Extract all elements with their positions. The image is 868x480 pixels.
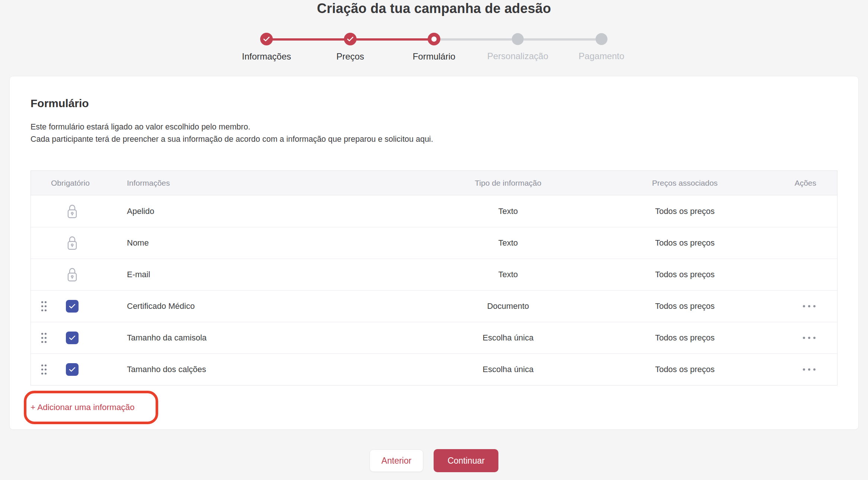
lock-icon: [66, 204, 78, 219]
info-label: Apelido: [127, 207, 419, 216]
stepper: Informações Preços Formulário Personaliz…: [225, 33, 644, 62]
card-description-line2: Cada participante terá de preencher a su…: [31, 133, 837, 145]
actions-cell: [772, 259, 837, 290]
info-label: Tamanho dos calções: [127, 365, 419, 374]
table-row: E-mail Texto Todos os preços: [31, 259, 837, 290]
info-type: Texto: [419, 238, 597, 248]
lock-icon: [66, 267, 78, 282]
associated-prices: Todos os preços: [597, 333, 772, 343]
card-title: Formulário: [31, 97, 837, 110]
table-row: Nome Texto Todos os preços: [31, 227, 837, 259]
card-description-line1: Este formulário estará ligado ao valor e…: [31, 121, 837, 133]
step-circle-icon: [596, 33, 607, 45]
required-checkbox[interactable]: [66, 300, 79, 313]
header-acoes: Ações: [772, 171, 837, 195]
table-row: Tamanho dos calções Escolha única Todos …: [31, 353, 837, 385]
page: Criação da tua campanha de adesão Inform…: [0, 0, 868, 480]
step-circle-icon: [512, 33, 524, 45]
required-cell: [31, 291, 127, 322]
table-row: Apelido Texto Todos os preços: [31, 195, 837, 227]
checkbox-check-icon: [69, 335, 76, 340]
actions-cell: [772, 322, 837, 353]
required-cell: [31, 195, 127, 227]
card-description: Este formulário estará ligado ao valor e…: [31, 121, 837, 145]
stepper-step[interactable]: Personalização: [476, 33, 560, 62]
checkbox-check-icon: [69, 367, 76, 372]
header-obrigatorio: Obrigatório: [31, 171, 127, 195]
table-row: Tamanho da camisola Escolha única Todos …: [31, 322, 837, 353]
required-cell: [31, 354, 127, 385]
info-type: Texto: [419, 270, 597, 279]
drag-handle-icon[interactable]: [41, 332, 47, 344]
checkmark-icon: [263, 36, 270, 42]
lock-icon: [66, 236, 78, 250]
add-info-link[interactable]: + Adicionar uma informação: [31, 403, 135, 412]
actions-menu-button[interactable]: [802, 366, 816, 373]
stepper-step[interactable]: Formulário: [392, 33, 476, 62]
required-cell: [31, 322, 127, 353]
form-card: Formulário Este formulário estará ligado…: [9, 76, 859, 430]
step-circle-icon: [344, 33, 357, 45]
step-label: Formulário: [413, 51, 456, 62]
stepper-step[interactable]: Pagamento: [560, 33, 644, 62]
step-label: Informações: [242, 51, 291, 62]
info-label: Nome: [127, 238, 419, 248]
info-type: Texto: [419, 207, 597, 216]
required-cell: [31, 259, 127, 290]
actions-menu-button[interactable]: [802, 335, 816, 341]
info-type: Escolha única: [419, 333, 597, 343]
continue-button[interactable]: Continuar: [434, 449, 498, 472]
footer: Anterior Continuar: [0, 449, 868, 472]
table-row: Certificado Médico Documento Todos os pr…: [31, 290, 837, 322]
form-table: Obrigatório Informações Tipo de informaç…: [31, 170, 837, 385]
associated-prices: Todos os preços: [597, 301, 772, 311]
add-info-section: + Adicionar uma informação: [31, 391, 837, 424]
drag-handle-icon[interactable]: [41, 364, 47, 375]
associated-prices: Todos os preços: [597, 365, 772, 374]
required-checkbox[interactable]: [66, 332, 79, 344]
step-circle-icon: [428, 33, 440, 45]
info-type: Documento: [419, 301, 597, 311]
step-label: Preços: [336, 51, 364, 62]
previous-button[interactable]: Anterior: [370, 449, 424, 472]
associated-prices: Todos os preços: [597, 207, 772, 216]
drag-handle-icon[interactable]: [41, 300, 47, 312]
table-body: Apelido Texto Todos os preços: [31, 195, 837, 385]
actions-menu-button[interactable]: [802, 303, 816, 310]
header-informacoes: Informações: [127, 179, 419, 188]
table-header: Obrigatório Informações Tipo de informaç…: [31, 171, 837, 195]
stepper-step[interactable]: Preços: [309, 33, 392, 62]
page-title: Criação da tua campanha de adesão: [0, 0, 868, 16]
required-checkbox[interactable]: [66, 363, 79, 376]
step-circle-icon: [260, 33, 273, 45]
actions-cell: [772, 291, 837, 322]
info-type: Escolha única: [419, 365, 597, 374]
checkmark-icon: [347, 36, 354, 42]
header-precos: Preços associados: [597, 179, 772, 188]
associated-prices: Todos os preços: [597, 238, 772, 248]
step-label: Pagamento: [579, 51, 625, 61]
actions-cell: [772, 354, 837, 385]
info-label: Certificado Médico: [127, 301, 419, 311]
info-label: Tamanho da camisola: [127, 333, 419, 343]
required-cell: [31, 227, 127, 259]
info-label: E-mail: [127, 270, 419, 279]
associated-prices: Todos os preços: [597, 270, 772, 279]
stepper-step[interactable]: Informações: [225, 33, 309, 62]
actions-cell: [772, 227, 837, 259]
actions-cell: [772, 195, 837, 227]
header-tipo: Tipo de informação: [419, 179, 597, 188]
step-label: Personalização: [487, 51, 548, 61]
checkbox-check-icon: [69, 304, 76, 309]
